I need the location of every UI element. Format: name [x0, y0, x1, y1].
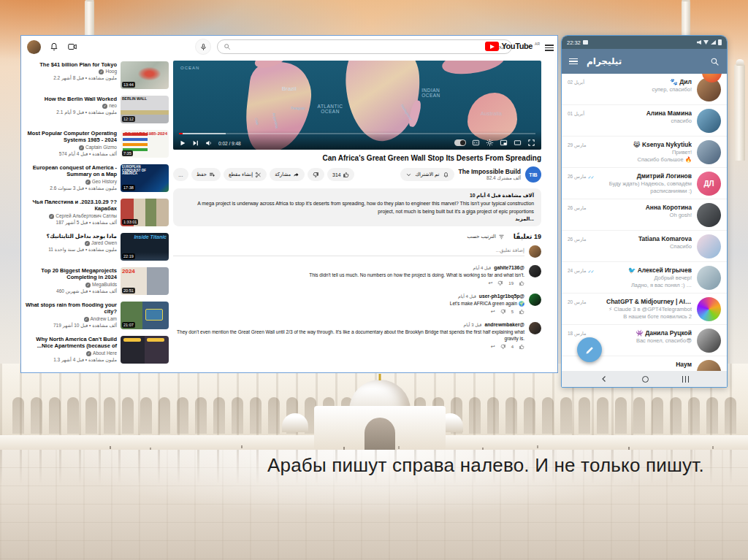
reply-icon[interactable]: ↩ — [491, 344, 495, 350]
channel-avatar[interactable]: TIB — [525, 166, 541, 183]
comment-like-icon[interactable] — [519, 344, 524, 350]
subscribed-button[interactable]: تم الاشتراك — [400, 168, 454, 181]
related-video-item[interactable]: Top 20 Biggest Megaprojects Completing i… — [26, 267, 169, 295]
chat-avatar[interactable] — [697, 297, 721, 321]
clip-button[interactable]: إنشاء مقطع — [224, 168, 267, 181]
video-duration-badge: 21:07 — [122, 322, 135, 328]
video-thumbnail[interactable]: 13:44 — [121, 61, 169, 89]
chat-avatar[interactable] — [697, 140, 721, 164]
comment-author[interactable]: user-ph1gr1bq5p@ — [479, 294, 524, 299]
menu-icon[interactable] — [545, 43, 554, 53]
search-icon[interactable] — [710, 57, 720, 66]
share-button[interactable]: مشاركة — [270, 168, 305, 181]
compose-fab[interactable] — [577, 337, 602, 362]
autoplay-toggle[interactable] — [454, 139, 466, 146]
related-video-item[interactable]: How the Berlin Wall Worked ✓neo 2.1 مليو… — [26, 96, 169, 123]
comment-like-icon[interactable] — [519, 280, 524, 286]
video-title: Most Popular Computer Operating Systems … — [26, 130, 117, 144]
video-thumbnail[interactable]: BERLIN WALL 12:12 — [121, 96, 169, 123]
video-thumbnail[interactable]: 21:07 — [121, 302, 169, 329]
sort-comments-button[interactable]: الترتيب حسب — [468, 234, 505, 240]
video-player[interactable]: OCEAN Brazil Paraguay Argentina Chile AT… — [173, 61, 541, 150]
video-thumbnail[interactable]: EUROPEAN CONQUEST OF AMERICA 17:38 — [121, 164, 169, 192]
recents-button[interactable] — [682, 376, 690, 383]
play-button[interactable] — [179, 139, 186, 147]
related-video-item[interactable]: Most Popular Computer Operating Systems … — [26, 130, 169, 158]
related-video-item[interactable]: Why North America Can't Build ...Nice Ap… — [26, 336, 169, 364]
settings-gear-icon[interactable] — [486, 139, 494, 147]
menu-icon[interactable] — [569, 57, 578, 66]
back-button[interactable] — [600, 375, 608, 383]
comment-input[interactable]: إضافة تعليق... — [173, 248, 524, 256]
create-video-icon[interactable] — [67, 42, 77, 52]
chat-avatar[interactable] — [697, 109, 721, 133]
like-button[interactable]: 314 — [327, 168, 354, 181]
comment-author[interactable]: andrewmbaker@ — [484, 322, 524, 327]
chat-avatar[interactable]: ДЛ — [697, 172, 721, 196]
subtitles-button[interactable] — [472, 139, 480, 147]
chat-list-item[interactable]: 26 مارس Анна Коротина Oh gosh! — [562, 199, 727, 231]
progress-bar[interactable] — [179, 133, 535, 134]
chat-list-item[interactable]: 29 مارس 😹 Ksenya Nykytiuk Привет! Спасиб… — [562, 137, 727, 168]
miniplayer-button[interactable] — [500, 139, 508, 147]
video-channel: ✓Сергей Альбертович Сатлы — [26, 213, 117, 219]
chat-date: 02 أبريل — [568, 80, 584, 85]
chat-list-item[interactable]: 02 أبريل 🐾 Дил супер, спасибо! — [562, 74, 727, 105]
comment-dislike-icon[interactable] — [500, 309, 506, 315]
reply-icon[interactable]: ↩ — [488, 280, 492, 286]
chat-avatar[interactable] — [697, 234, 721, 258]
comment-author[interactable]: gahite7136@ — [494, 265, 524, 270]
comment-dislike-icon[interactable] — [497, 280, 503, 286]
notifications-bell-icon[interactable] — [49, 42, 59, 52]
comment-like-icon[interactable] — [519, 309, 524, 315]
comment-like-count: 4 — [511, 345, 514, 349]
map-label: Paraguay — [291, 107, 305, 110]
related-video-item[interactable]: ماذا يوجد بداخل التايتانيك؟ ✓Jared Owen … — [26, 233, 169, 261]
search-bar[interactable]: ابحث — [217, 39, 512, 54]
map-label: Brazil — [282, 85, 297, 92]
more-actions-button[interactable]: … — [173, 168, 188, 181]
chat-list-item[interactable]: 01 أبريل Алина Мамина спасибо — [562, 105, 727, 137]
volume-icon[interactable] — [205, 139, 213, 147]
chat-avatar[interactable] — [697, 360, 721, 371]
theater-mode-button[interactable] — [514, 139, 522, 147]
video-thumbnail[interactable]: Inside Titanic 22:19 — [121, 233, 169, 261]
save-button[interactable]: حفظ — [191, 168, 221, 181]
video-thumbnail[interactable]: 1:33:01 — [121, 199, 169, 226]
reply-icon[interactable]: ↩ — [491, 309, 495, 315]
channel-name[interactable]: The Impossible Build — [459, 168, 521, 175]
map-indonesia — [440, 61, 505, 77]
android-nav-bar — [562, 371, 727, 387]
chat-avatar[interactable] — [697, 266, 721, 290]
view-count-and-date: 10 آلاف مشاهدة قبل 4 أيام — [180, 193, 534, 199]
watch-main-column: OCEAN Brazil Paraguay Argentina Chile AT… — [170, 58, 557, 372]
comment-dislike-icon[interactable] — [500, 344, 506, 350]
chat-list-item[interactable]: 26 مارس Дмитрий Логинов Буду ждать) Наде… — [562, 168, 727, 199]
show-more-link[interactable]: ...المزيد — [180, 216, 534, 222]
chat-list-item[interactable]: 26 مارس Tatiana Komarova Спасибо — [562, 231, 727, 262]
voice-search-button[interactable] — [195, 39, 211, 55]
chat-last-message: супер, спасибо! — [606, 86, 692, 93]
related-video-item[interactable]: Чья Палестина и .2023.10.29 ?? Карабах ✓… — [26, 199, 169, 226]
video-description[interactable]: 10 آلاف مشاهدة قبل 4 أيام A mega project… — [173, 188, 541, 226]
next-button[interactable] — [192, 139, 199, 147]
related-video-item[interactable]: European conquest of America - Summary o… — [26, 164, 169, 192]
home-button[interactable] — [642, 376, 649, 383]
related-video-item[interactable]: What stops rain from flooding your city?… — [26, 302, 169, 329]
video-thumbnail[interactable]: 2024 20:51 — [121, 267, 169, 295]
chat-avatar[interactable] — [697, 203, 721, 227]
video-thumbnail[interactable]: OS WARS 1985-2024 7:35 — [121, 130, 169, 158]
video-thumbnail[interactable] — [121, 336, 169, 364]
youtube-logo[interactable]: YouTube AR — [485, 42, 540, 51]
chat-list-item[interactable]: 24 مارس 🐦 Алексей Игрычев Добрый вечер! … — [562, 262, 727, 294]
chat-name: Анна Коротина — [606, 203, 692, 211]
fullscreen-button[interactable] — [527, 139, 535, 147]
chat-avatar[interactable] — [697, 329, 721, 353]
chat-date: 26 مارس — [568, 205, 587, 211]
dislike-button[interactable] — [308, 168, 324, 181]
chat-list-item[interactable]: 20 مارس ChatGPT & Midjourney | AI bot ⚡ … — [562, 294, 727, 325]
chat-name: 😹 Ksenya Nykytiuk — [606, 140, 692, 148]
video-meta: 11 مليون مشاهدة • قبل سنة واحدة — [26, 247, 117, 253]
user-avatar[interactable] — [27, 40, 41, 54]
related-video-item[interactable]: The $41 billion Plan for Tokyo ✓Hoog 2.2… — [26, 61, 169, 89]
